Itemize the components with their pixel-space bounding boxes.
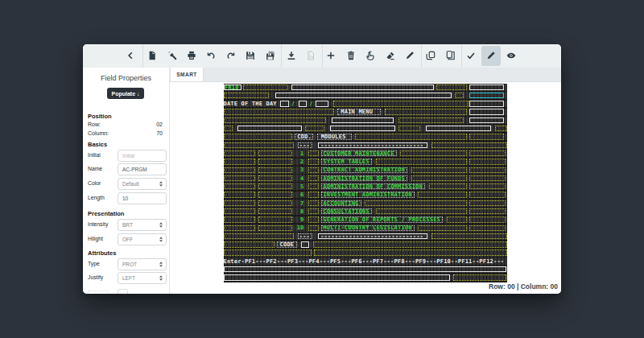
field-outline-yellow[interactable] [308, 225, 320, 231]
new-file-button[interactable] [142, 46, 162, 66]
field-box-white[interactable] [469, 84, 504, 90]
field-outline-yellow[interactable] [258, 167, 292, 173]
field-outline-yellow[interactable] [400, 150, 466, 156]
save-button[interactable] [241, 46, 260, 66]
field-outline-yellow[interactable] [469, 150, 506, 156]
paste-button[interactable] [441, 46, 460, 66]
field-outline-yellow[interactable] [469, 134, 504, 139]
field-outline-yellow[interactable] [224, 109, 335, 114]
field-outline-yellow[interactable] [453, 274, 506, 280]
field-outline-yellow[interactable] [305, 126, 324, 131]
populate-button[interactable]: Populate ↓ [107, 88, 144, 99]
field-outline-yellow[interactable] [258, 150, 292, 156]
tab-smart[interactable]: SMART [170, 68, 204, 81]
field-outline-yellow[interactable] [224, 175, 256, 181]
field-outline-yellow[interactable] [224, 117, 327, 123]
redo-button[interactable] [221, 46, 241, 66]
initial-input[interactable]: Initial [118, 150, 167, 162]
export-pdf-button[interactable] [301, 46, 320, 66]
field-outline-yellow[interactable] [224, 183, 256, 189]
color-select[interactable]: Default [118, 178, 167, 190]
field-outline-yellow[interactable] [224, 200, 256, 206]
field-box-white[interactable] [275, 93, 452, 98]
field-outline-yellow[interactable] [258, 159, 292, 164]
field-box-white[interactable] [426, 126, 492, 131]
field-outline-yellow[interactable] [436, 84, 467, 90]
field-outline-yellow[interactable] [411, 167, 467, 173]
length-input[interactable]: 10 [118, 192, 167, 204]
field-box-white[interactable] [224, 274, 449, 280]
field-outline-yellow[interactable] [224, 225, 256, 231]
field-outline-yellow[interactable] [258, 216, 292, 222]
edit-mode-button[interactable] [481, 46, 501, 66]
field-outline-yellow[interactable] [308, 167, 320, 173]
field-outline-yellow[interactable] [224, 126, 233, 131]
field-outline-yellow[interactable] [308, 175, 320, 181]
field-box-white[interactable] [469, 117, 504, 123]
field-outline-yellow[interactable] [376, 208, 467, 214]
field-outline-yellow[interactable] [224, 208, 256, 214]
field-outline-yellow[interactable] [469, 200, 506, 206]
field-outline-yellow[interactable] [224, 249, 312, 255]
undo-button[interactable] [201, 46, 221, 66]
field-outline-yellow[interactable] [258, 208, 292, 214]
field-outline-yellow[interactable] [365, 200, 466, 206]
save-copy-button[interactable] [261, 46, 280, 66]
field-box-white[interactable] [469, 101, 504, 106]
field-outline-yellow[interactable] [469, 192, 506, 197]
field-outline-yellow[interactable] [469, 183, 506, 189]
field-outline-yellow[interactable] [258, 183, 292, 189]
field-outline-yellow[interactable] [385, 109, 467, 114]
field-box-white[interactable] [237, 126, 302, 131]
field-outline-yellow[interactable] [308, 216, 320, 222]
field-outline-yellow[interactable] [398, 126, 420, 131]
field-outline-yellow[interactable] [469, 216, 506, 222]
field-outline-yellow[interactable] [308, 200, 320, 206]
back-button[interactable] [121, 46, 140, 66]
preview-button[interactable] [502, 46, 521, 66]
hilight-select[interactable]: OFF [118, 233, 167, 245]
terminal-screen[interactable]: FR10DATE OF THE DAY//MAIN MENUCOD.MODULE… [224, 84, 508, 282]
field-box-white[interactable] [299, 101, 308, 106]
field-outline-yellow[interactable] [258, 225, 292, 231]
field-outline-yellow[interactable] [418, 192, 466, 197]
field-outline-yellow[interactable] [224, 134, 292, 139]
touch-mode-button[interactable] [361, 46, 380, 66]
name-input[interactable]: AC-PRGM [118, 163, 167, 175]
field-outline-yellow[interactable] [258, 192, 292, 197]
field-outline-yellow[interactable] [447, 216, 467, 222]
field-outline-yellow[interactable] [398, 117, 464, 123]
field-outline-yellow[interactable] [224, 150, 256, 156]
field-box-white[interactable] [291, 84, 434, 90]
field-outline-yellow[interactable] [411, 175, 467, 181]
field-box-white[interactable] [280, 101, 289, 106]
field-box-selected[interactable] [469, 93, 504, 98]
field-outline-yellow[interactable] [469, 175, 506, 181]
field-outline-yellow[interactable] [355, 134, 466, 139]
field-outline-yellow[interactable] [224, 159, 256, 164]
apply-button[interactable] [461, 46, 481, 66]
add-field-button[interactable] [321, 46, 341, 66]
field-outline-yellow[interactable] [258, 175, 292, 181]
field-box-white[interactable] [469, 109, 504, 114]
field-outline-yellow[interactable] [431, 233, 507, 239]
field-outline-yellow[interactable] [418, 225, 466, 231]
field-outline-yellow[interactable] [308, 159, 320, 164]
type-select[interactable]: PROT [118, 258, 167, 270]
tools-button[interactable] [163, 46, 182, 66]
delete-field-button[interactable] [341, 46, 361, 66]
erase-mode-button[interactable] [381, 46, 400, 66]
intensity-select[interactable]: BRT [118, 219, 167, 231]
field-outline-yellow[interactable] [224, 233, 295, 239]
field-box-white[interactable] [224, 266, 506, 272]
field-outline-yellow[interactable] [308, 183, 320, 189]
field-box-white[interactable] [332, 117, 394, 123]
field-outline-yellow[interactable] [308, 150, 320, 156]
field-outline-yellow[interactable] [243, 84, 288, 90]
field-box-white[interactable] [330, 126, 396, 131]
field-outline-yellow[interactable] [313, 241, 507, 247]
field-box-white[interactable] [316, 101, 328, 106]
field-outline-yellow[interactable] [469, 167, 506, 173]
field-outline-yellow[interactable] [469, 208, 506, 214]
field-outline-yellow[interactable] [455, 93, 464, 98]
